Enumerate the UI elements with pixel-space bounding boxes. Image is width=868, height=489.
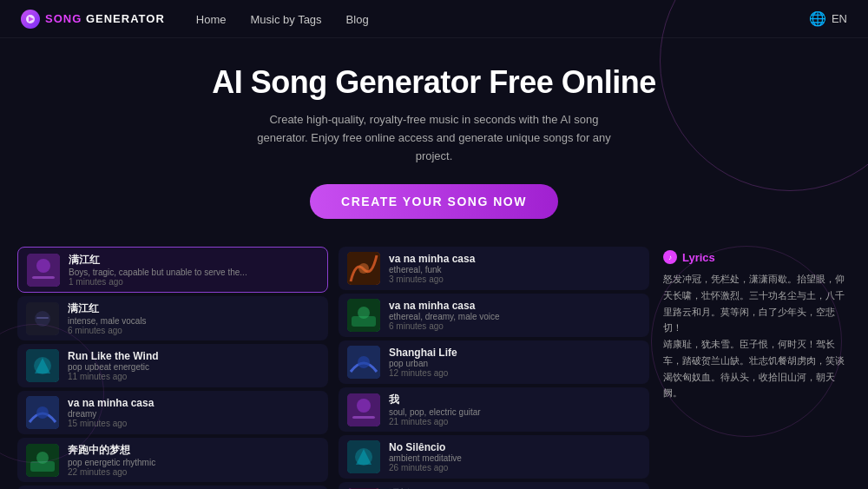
song-thumbnail: [26, 444, 59, 477]
svg-point-11: [36, 406, 49, 419]
song-time: 22 minutes ago: [68, 467, 319, 477]
song-title: 满江红: [68, 301, 319, 316]
nav-music-by-tags[interactable]: Music by Tags: [250, 13, 321, 26]
song-tags: pop urban: [389, 359, 641, 368]
song-info: Run Like the Wind pop upbeat energetic 1…: [68, 350, 319, 381]
song-info: 满江红 Boys, tragic, capable but unable to …: [69, 253, 319, 287]
song-title: 我: [389, 393, 641, 407]
song-info: 奔跑中的梦想 pop energetic rhythmic 22 minutes…: [68, 443, 319, 477]
svg-point-14: [36, 452, 49, 464]
logo[interactable]: SONG GENERATOR: [21, 10, 165, 29]
song-item[interactable]: No Silêncio ambient meditative 26 minute…: [339, 435, 649, 479]
song-list-right: va na minha casa ethereal, funk 3 minute…: [339, 247, 649, 489]
song-thumbnail: [26, 396, 59, 429]
song-item[interactable]: va na minha casa ethereal, funk 3 minute…: [339, 247, 649, 290]
main-content: 满江红 Boys, tragic, capable but unable to …: [0, 233, 868, 489]
song-thumbnail: [26, 349, 59, 382]
hero-section: AI Song Generator Free Online Create hig…: [0, 38, 868, 233]
song-item[interactable]: 满江红 Boys, tragic, capable but unable to …: [17, 247, 328, 293]
song-title: No Silêncio: [389, 441, 641, 453]
lyrics-icon: ♪: [663, 250, 677, 264]
song-item[interactable]: 满江红 intense, male vocals 6 minutes ago: [17, 296, 328, 340]
language-label: EN: [832, 12, 847, 25]
lyrics-title: Lyrics: [682, 251, 715, 264]
song-item[interactable]: 奔跑中的梦想 pop energetic rhythmic 22 minutes…: [17, 438, 328, 482]
song-item[interactable]: Shanghai Life pop urban 12 minutes ago: [339, 340, 649, 384]
song-thumbnail: [347, 252, 380, 285]
song-item[interactable]: Run Like the Wind pop upbeat energetic 1…: [17, 344, 328, 387]
song-time: 1 minutes ago: [69, 277, 319, 287]
lyrics-header: ♪ Lyrics: [663, 250, 851, 264]
song-item[interactable]: 无错的最恨情仇 smoky achuastic fox 47 minutes a…: [17, 486, 328, 489]
song-tags: ambient meditative: [389, 453, 641, 463]
song-info: va na minha casa dreamy 15 minutes ago: [68, 397, 319, 428]
song-info: va na minha casa ethereal, dreamy, male …: [389, 300, 641, 331]
song-thumbnail: [347, 299, 380, 332]
song-thumbnail: [347, 440, 380, 473]
song-title: 奔跑中的梦想: [68, 443, 319, 458]
song-title: va na minha casa: [389, 253, 641, 265]
song-time: 11 minutes ago: [68, 372, 319, 381]
svg-rect-7: [36, 317, 49, 319]
logo-text: SONG GENERATOR: [45, 12, 165, 25]
svg-point-23: [358, 356, 370, 368]
song-tags: pop energetic rhythmic: [68, 458, 319, 467]
song-time: 6 minutes ago: [389, 321, 641, 331]
song-title: va na minha casa: [389, 300, 641, 312]
flag-icon: 🌐: [809, 10, 826, 27]
song-item[interactable]: va na minha casa dreamy 15 minutes ago: [17, 391, 328, 434]
song-item[interactable]: 我 soul, pop, electric guitar 21 minutes …: [339, 387, 649, 432]
svg-rect-26: [352, 416, 375, 419]
navbar: SONG GENERATOR Home Music by Tags Blog 🌐…: [0, 0, 868, 38]
song-thumbnail: [26, 302, 59, 335]
song-info: Shanghai Life pop urban 12 minutes ago: [389, 347, 641, 378]
song-thumbnail: [347, 393, 380, 426]
song-time: 15 minutes ago: [68, 419, 319, 428]
song-item[interactable]: 泪桥 pop 1 hours ago: [339, 482, 649, 489]
song-tags: ethereal, dreamy, male voice: [389, 312, 641, 321]
song-info: 满江红 intense, male vocals 6 minutes ago: [68, 301, 319, 335]
song-info: No Silêncio ambient meditative 26 minute…: [389, 441, 641, 472]
song-time: 6 minutes ago: [68, 326, 319, 335]
song-title: va na minha casa: [68, 397, 319, 409]
song-tags: pop upbeat energetic: [68, 362, 319, 372]
hero-subtitle: Create high-quality, royalty-free music …: [252, 111, 616, 165]
song-title: 满江红: [69, 253, 319, 268]
lyrics-panel: ♪ Lyrics 怒发冲冠，凭栏处，潇潇雨歇。抬望眼，仰天长啸，壮怀激烈。三十功…: [660, 247, 851, 489]
song-item[interactable]: va na minha casa ethereal, dreamy, male …: [339, 294, 649, 337]
nav-blog[interactable]: Blog: [346, 13, 369, 26]
language-selector[interactable]: 🌐 EN: [809, 10, 847, 27]
lyrics-content: 怒发冲冠，凭栏处，潇潇雨歇。抬望眼，仰天长啸，壮怀激烈。三十功名尘与土，八千里路…: [663, 271, 851, 401]
hero-title: AI Song Generator Free Online: [17, 64, 851, 101]
song-tags: intense, male vocals: [68, 316, 319, 326]
song-list-left: 满江红 Boys, tragic, capable but unable to …: [17, 247, 328, 489]
song-info: 我 soul, pop, electric guitar 21 minutes …: [389, 393, 641, 426]
nav-home[interactable]: Home: [196, 13, 227, 26]
song-title: Shanghai Life: [389, 347, 641, 359]
svg-point-25: [357, 399, 371, 413]
svg-rect-4: [32, 276, 55, 279]
song-time: 21 minutes ago: [389, 417, 641, 426]
svg-point-3: [36, 259, 50, 273]
svg-point-18: [358, 263, 369, 274]
song-thumbnail: [347, 346, 380, 379]
song-time: 3 minutes ago: [389, 274, 641, 284]
song-tags: dreamy: [68, 409, 319, 419]
svg-point-21: [358, 307, 370, 319]
nav-links: Home Music by Tags Blog: [196, 11, 369, 27]
logo-icon: [21, 10, 40, 29]
song-tags: ethereal, funk: [389, 265, 641, 274]
song-time: 12 minutes ago: [389, 368, 641, 378]
song-time: 26 minutes ago: [389, 463, 641, 472]
song-info: va na minha casa ethereal, funk 3 minute…: [389, 253, 641, 284]
song-tags: soul, pop, electric guitar: [389, 407, 641, 417]
song-title: Run Like the Wind: [68, 350, 319, 362]
song-thumbnail: [27, 254, 60, 287]
song-tags: Boys, tragic, capable but unable to serv…: [69, 268, 319, 277]
create-song-button[interactable]: CREATE YOUR SONG NOW: [310, 184, 558, 219]
